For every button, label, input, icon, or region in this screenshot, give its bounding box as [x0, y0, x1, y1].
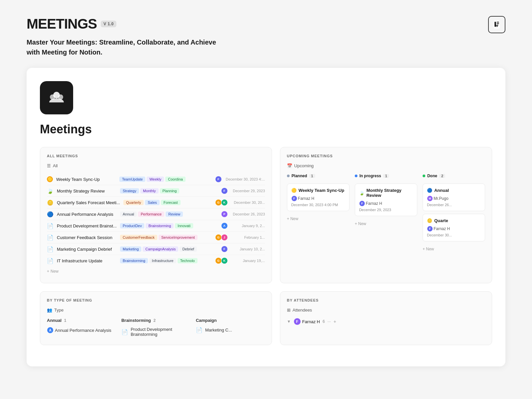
tag: Brainstorming [146, 223, 174, 228]
meeting-date: December 30, 2023 4:... [226, 177, 265, 181]
tags-row: Brainstorming Infrastructure Technolo [120, 258, 212, 263]
tag: Debrief [180, 246, 197, 252]
type-col-campaign: Campaign 📄 Marketing C... [196, 318, 265, 338]
avatar: F [294, 318, 301, 325]
inprogress-count: 1 [383, 174, 389, 178]
add-new-done-button[interactable]: + New [423, 244, 485, 254]
tag: Review [166, 211, 183, 217]
card-person: M Mr.Pugo [427, 196, 481, 201]
planned-header: Planned 1 [287, 174, 349, 180]
panels-row-bottom: BY TYPE OF MEETING 👥 Type Annual 1 A Ann… [40, 291, 492, 345]
table-row[interactable]: 📄 IT Infrastructure Update Brainstorming… [47, 255, 265, 266]
table-row[interactable]: 🟡 Weekly Team Sync-Up TeamUpdate Weekly … [47, 174, 265, 185]
table-row[interactable]: 📄 Customer Feedback Session CustomerFeed… [47, 232, 265, 243]
card-title: 🍃 Monthly Strategy Review [359, 188, 413, 198]
table-row[interactable]: 📄 Product Development Brainst... Product… [47, 220, 265, 232]
meeting-date: December 30, 20... [232, 200, 265, 204]
table-row[interactable]: 🪙 Quarterly Sales Forecast Meeti... Quar… [47, 197, 265, 208]
meeting-name: Annual Performance Analysis [57, 212, 117, 217]
type-filter[interactable]: 👥 Type [47, 308, 265, 313]
inprogress-dot [355, 175, 357, 177]
inprogress-header: In progress 1 [355, 174, 417, 180]
attendees-filter[interactable]: ⊞ Attendees [287, 308, 485, 313]
list-item[interactable]: ▼ F Farnaz H 6 ··· + [287, 318, 485, 325]
notion-logo: N [488, 16, 505, 33]
avatar: F [221, 188, 228, 194]
meeting-icon: 🔵 [47, 211, 54, 217]
avatar-group: F [221, 246, 226, 252]
avatar: G [215, 199, 222, 206]
avatar: J [221, 234, 228, 241]
add-new-inprogress-button[interactable]: + New [355, 219, 417, 229]
meeting-card[interactable]: 🍃 Monthly Strategy Review F Farnaz H Dec… [355, 184, 417, 216]
table-row[interactable]: 📄 Marketing Campaign Debrief Marketing C… [47, 243, 265, 255]
all-meetings-title: ALL MEETINGS [47, 154, 265, 158]
avatar: G [215, 234, 222, 241]
expand-icon: ▼ [287, 319, 291, 324]
all-meetings-filter[interactable]: ☰ All [47, 163, 265, 168]
tags-row: Strategy Monthly Planning [120, 188, 218, 194]
card-date: December 30, 2023 4:00 PM [291, 203, 345, 207]
tag: ProductDev [120, 223, 144, 228]
card-person: F Farnaz H [291, 196, 345, 201]
avatar: F [359, 200, 365, 206]
tag: Annual [120, 211, 137, 217]
avatar: P [221, 211, 228, 217]
avatar-group: F [221, 188, 226, 194]
add-new-meeting-button[interactable]: + New [47, 266, 265, 276]
meeting-card[interactable]: 🔵 Annual M Mr.Pugo December 26... [423, 184, 485, 211]
version-badge: V 1.0 [101, 21, 116, 27]
upcoming-title: UPCOMING MEETINGS [287, 154, 485, 158]
meeting-date: January 9, 2... [232, 224, 265, 228]
meeting-icon: 📄 [47, 246, 54, 252]
type-label: Brainstorming [121, 318, 151, 323]
meeting-icon: 📄 [47, 234, 54, 241]
avatar: A [47, 327, 54, 333]
header-section: N MEETINGS V 1.0 Master Your Meetings: S… [27, 16, 505, 57]
meeting-card[interactable]: 🪙 Quarte F Farnaz H December 30... [423, 214, 485, 241]
avatar: A [221, 222, 228, 229]
tag: Marketing [120, 246, 141, 252]
list-item[interactable]: 📄 Marketing C... [196, 326, 265, 334]
app-icon-wrapper [40, 81, 492, 114]
list-item[interactable]: A Annual Performance Analysis [47, 326, 116, 335]
attendee-count: 6 [323, 319, 325, 324]
planned-label: Planned [292, 174, 307, 178]
upcoming-filter[interactable]: 📅 Upcoming [287, 163, 485, 168]
attendee-name: Farnaz H [302, 319, 320, 324]
svg-text:N: N [496, 24, 498, 28]
avatar-group: G K [215, 199, 226, 206]
list-item[interactable]: 📄 Product Development Brainstorming [121, 326, 191, 338]
add-new-planned-button[interactable]: + New [287, 214, 349, 224]
app-title: MEETINGS [27, 16, 97, 32]
meeting-name: Monthly Strategy Review [57, 189, 117, 194]
tag: Monthly [140, 188, 159, 194]
meeting-card[interactable]: 🟡 Weekly Team Sync-Up F Farnaz H Decembe… [287, 184, 349, 211]
doc-icon: 📄 [121, 329, 128, 335]
avatar: F [291, 196, 297, 201]
table-row[interactable]: 🔵 Annual Performance Analysis Annual Per… [47, 208, 265, 220]
inprogress-label: In progress [359, 174, 381, 178]
type-count: 1 [64, 318, 66, 323]
tag: Innovati [175, 223, 193, 228]
type-col-brainstorming: Brainstorming 2 📄 Product Development Br… [121, 318, 191, 338]
card-date: December 29, 2023 [359, 208, 413, 212]
avatar-group: G J [215, 234, 226, 241]
tag: Sales [145, 200, 160, 205]
tag: TeamUpdate [119, 177, 145, 182]
meeting-name: IT Infrastructure Update [57, 258, 117, 263]
filter-icon: ☰ [47, 163, 51, 168]
card-title: 🪙 Quarte [427, 218, 481, 223]
avatar: F [221, 246, 228, 252]
app-title-row: MEETINGS V 1.0 [27, 16, 505, 32]
tag: Performance [138, 211, 164, 217]
card-icon: 🪙 [427, 218, 432, 223]
item-name: Marketing C... [205, 328, 232, 332]
avatar-group: G K [215, 257, 226, 264]
meeting-icon: 🪙 [47, 200, 54, 206]
tags-row: Marketing CampaignAnalysis Debrief [120, 246, 218, 252]
add-icon[interactable]: + [333, 319, 336, 324]
by-type-title: BY TYPE OF MEETING [47, 298, 265, 302]
table-row[interactable]: 🍃 Monthly Strategy Review Strategy Month… [47, 185, 265, 197]
meeting-name: Product Development Brainst... [57, 223, 117, 228]
